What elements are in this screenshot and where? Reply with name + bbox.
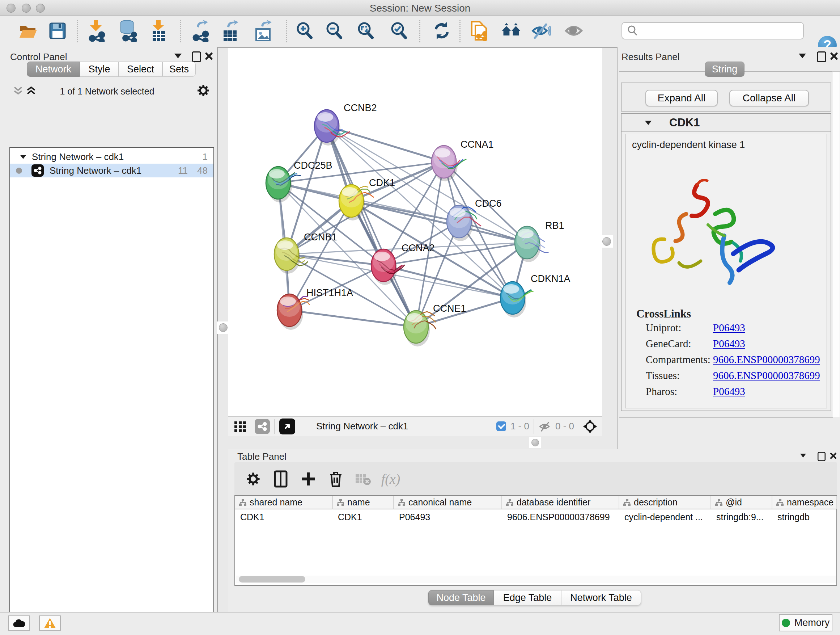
birds-eye-view-icon[interactable] [583, 419, 597, 434]
protein-name: CDK1 [669, 116, 699, 129]
cloud-status-button[interactable] [8, 616, 30, 631]
protein-section-header[interactable]: CDK1 [622, 114, 831, 132]
add-column-icon[interactable] [294, 468, 322, 490]
open-session-icon[interactable] [18, 18, 38, 44]
memory-button[interactable]: Memory [779, 614, 832, 631]
table-cell[interactable]: stringdb [777, 512, 810, 523]
zoom-selected-icon[interactable] [389, 18, 409, 44]
network-row-selected[interactable]: String Network – cdk1 11 48 [10, 164, 213, 177]
tab-network[interactable]: Network [27, 62, 80, 77]
show-all-icon[interactable] [564, 18, 584, 44]
control-panel-float-icon[interactable] [174, 54, 182, 58]
results-scrollbar[interactable] [832, 71, 840, 417]
svg-text:CDK1: CDK1 [369, 177, 395, 188]
memory-label: Memory [794, 617, 830, 629]
main-toolbar: ? [0, 16, 840, 48]
tab-string[interactable]: String [705, 62, 745, 77]
grid-view-icon[interactable] [233, 419, 248, 434]
table-cell[interactable]: P06493 [399, 512, 430, 523]
crosslink-label: Compartments: [646, 354, 711, 366]
tab-network-table[interactable]: Network Table [561, 590, 641, 605]
results-actions-box: Expand All Collapse All [621, 82, 831, 111]
warning-status-button[interactable] [39, 616, 61, 631]
table-toolbar: f(x) [234, 462, 837, 496]
selected-checkbox-icon[interactable] [496, 421, 506, 431]
network-share-icon[interactable] [255, 419, 270, 434]
save-session-icon[interactable] [47, 18, 68, 44]
table-cell[interactable]: stringdb:9... [716, 512, 764, 523]
tab-node-table[interactable]: Node Table [428, 590, 494, 605]
first-neighbors-icon[interactable] [501, 18, 521, 44]
crosslink-link[interactable]: 9606.ENSP00000378699 [713, 370, 820, 382]
table-panel-float-icon[interactable] [800, 454, 806, 457]
collapse-all-button[interactable]: Collapse All [729, 90, 809, 106]
table-panel-title: Table Panel [237, 451, 286, 462]
column-header-@id[interactable]: @id [711, 496, 772, 509]
table-cell[interactable]: CDK1 [240, 512, 264, 523]
table-options-gear-icon[interactable] [240, 468, 267, 490]
node-table[interactable]: shared namenamecanonical namedatabase id… [234, 495, 837, 586]
control-panel-maximize-icon[interactable] [192, 51, 201, 62]
export-image-icon[interactable] [253, 18, 273, 44]
tab-select[interactable]: Select [118, 62, 163, 77]
results-panel-float-icon[interactable] [799, 54, 806, 58]
crosslink-link[interactable]: P06493 [713, 338, 745, 350]
protein-collapse-icon[interactable] [645, 120, 652, 125]
collection-expand-icon[interactable] [20, 155, 27, 158]
tab-edge-table[interactable]: Edge Table [494, 590, 561, 605]
refresh-icon[interactable] [431, 18, 452, 44]
crosslink-label: Tissues: [646, 370, 680, 382]
export-network-icon[interactable] [190, 18, 210, 44]
import-network-file-icon[interactable] [87, 18, 107, 44]
table-cell[interactable]: 9606.ENSP00000378699 [507, 512, 610, 523]
zoom-fit-icon[interactable] [355, 18, 376, 44]
crosslink-link[interactable]: 9606.ENSP00000378699 [713, 354, 820, 366]
network-collection-row[interactable]: String Network – cdk1 1 [10, 150, 213, 164]
crosslink-link[interactable]: P06493 [713, 322, 745, 334]
import-network-database-icon[interactable] [118, 18, 138, 44]
column-header-shared-name[interactable]: shared name [235, 496, 333, 509]
zoom-out-icon[interactable] [324, 18, 344, 44]
right-splitter-handle[interactable] [600, 235, 613, 248]
table-hscrollbar-thumb[interactable] [239, 576, 305, 583]
network-current-dot [16, 168, 22, 174]
show-columns-icon[interactable] [267, 468, 294, 490]
detach-view-icon[interactable] [279, 418, 295, 434]
clone-network-icon[interactable] [469, 18, 489, 44]
collection-count: 1 [202, 151, 208, 163]
hidden-eye-icon[interactable] [538, 421, 552, 432]
table-panel-close-icon[interactable] [829, 452, 837, 460]
column-header-description[interactable]: description [619, 496, 711, 509]
collection-label: String Network – cdk1 [32, 151, 124, 163]
protein-structure-image [643, 171, 784, 290]
expand-all-button[interactable]: Expand All [645, 90, 718, 106]
delete-column-icon[interactable] [322, 468, 349, 490]
network-view-title: String Network – cdk1 [316, 421, 408, 432]
crosslink-link[interactable]: P06493 [713, 386, 745, 397]
network-canvas[interactable]: CCNB2CCNA1CDC25BCDK1CDC6RB1CCNB1CCNA2CDK… [228, 48, 602, 416]
cloud-icon [13, 618, 26, 628]
zoom-in-icon[interactable] [294, 18, 315, 44]
column-header-canonical-name[interactable]: canonical name [394, 496, 502, 509]
left-splitter-handle[interactable] [217, 321, 229, 334]
hide-selected-icon[interactable] [531, 18, 551, 44]
column-header-name[interactable]: name [333, 496, 394, 509]
results-panel-close-icon[interactable] [829, 51, 838, 61]
export-table-icon[interactable] [220, 18, 240, 44]
bottom-splitter-handle[interactable] [529, 437, 541, 448]
table-cell[interactable]: CDK1 [338, 512, 362, 523]
table-panel-maximize-icon[interactable] [818, 452, 826, 461]
search-input[interactable] [642, 25, 799, 37]
tab-style[interactable]: Style [80, 62, 118, 77]
tab-sets[interactable]: Sets [163, 62, 196, 77]
import-table-icon[interactable] [148, 18, 169, 44]
results-panel-maximize-icon[interactable] [817, 51, 826, 62]
control-panel-close-icon[interactable] [204, 51, 213, 61]
table-hscrollbar[interactable] [236, 576, 836, 583]
table-cell[interactable]: cyclin-dependent ... [624, 512, 703, 523]
column-header-namespace[interactable]: namespace [772, 496, 837, 509]
search-field[interactable] [622, 22, 804, 40]
network-options-gear-icon[interactable] [196, 83, 210, 98]
svg-text:CCNA2: CCNA2 [401, 242, 435, 253]
column-header-database-identifier[interactable]: database identifier [502, 496, 619, 509]
